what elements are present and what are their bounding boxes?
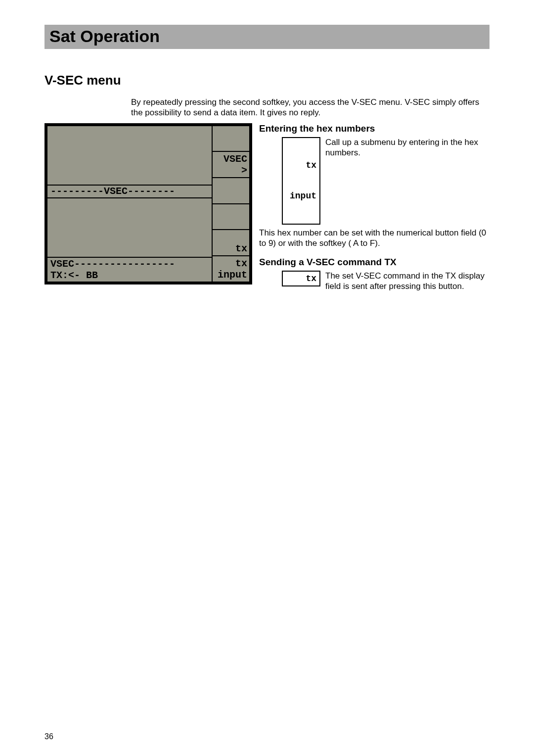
softkey-2-line2: >: [241, 165, 247, 176]
lcd-bottom-line1: VSEC-----------------: [50, 258, 175, 270]
softkey-column: VSEC > tx tx input: [212, 126, 250, 282]
hex-after-text: This hex number can be set with the nume…: [259, 228, 490, 249]
lcd-area-top: [47, 126, 212, 185]
tx-callout-text: The set V-SEC command in the TX display …: [325, 271, 490, 292]
hex-softkey-box: tx input: [282, 137, 320, 225]
softkey-2[interactable]: VSEC >: [212, 151, 250, 178]
section-title: V-SEC menu: [44, 73, 490, 88]
softkey-6-line2: input: [218, 269, 247, 281]
hex-callout-text: Call up a submenu by entering in the hex…: [325, 137, 490, 158]
chapter-header: Sat Operation: [44, 25, 490, 49]
chapter-title: Sat Operation: [49, 27, 485, 46]
softkey-1[interactable]: [212, 126, 250, 152]
tx-softkey-box: tx: [282, 271, 320, 287]
softkey-6[interactable]: tx input: [212, 256, 250, 282]
lcd-device: ---------VSEC-------- VSEC--------------…: [44, 123, 252, 284]
softkey-4[interactable]: [212, 204, 250, 230]
lcd-area-gap: [47, 198, 212, 257]
lcd-bottom-line2: TX:<- BB: [50, 270, 98, 281]
softkey-2-line1: VSEC: [223, 153, 247, 165]
lcd-area-middle: ---------VSEC--------: [47, 185, 212, 198]
page-number: 36: [44, 732, 53, 741]
softkey-6-line1: tx: [235, 258, 247, 269]
lcd-area-bottom: VSEC----------------- TX:<- BB: [47, 257, 212, 282]
hex-box-line1: tx: [286, 160, 316, 171]
softkey-3[interactable]: [212, 178, 250, 204]
intro-paragraph: By repeatedly pressing the second softke…: [131, 97, 490, 118]
hex-box-line2: input: [286, 191, 316, 201]
hex-heading: Entering the hex numbers: [259, 123, 490, 134]
tx-heading: Sending a V-SEC command TX: [259, 257, 490, 268]
softkey-5[interactable]: tx: [212, 230, 250, 256]
